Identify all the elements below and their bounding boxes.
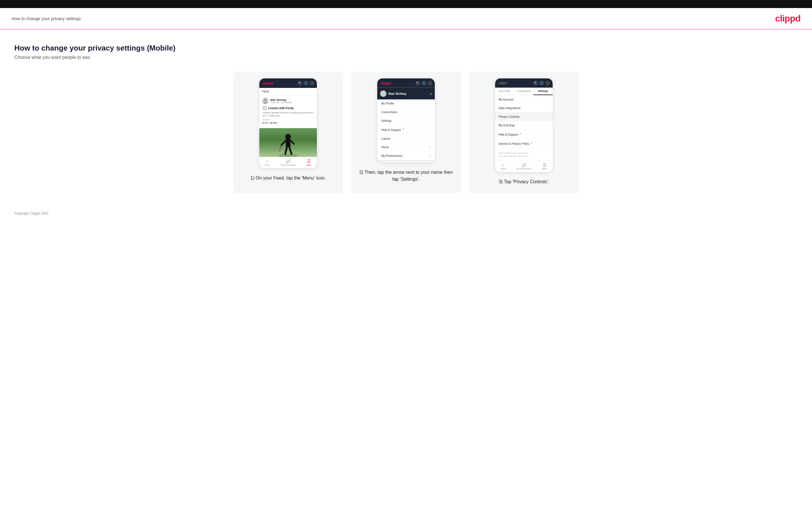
svg-point-2 <box>278 154 298 157</box>
phone-icons-3: 🔍 👤 ⊙ <box>534 81 550 85</box>
tab-settings[interactable]: Settings <box>534 88 553 95</box>
chevron-up-icon: ∧ <box>430 92 432 95</box>
svg-point-3 <box>285 134 291 139</box>
settings-icon-3: ⊙ <box>546 81 550 85</box>
svg-point-11 <box>381 95 386 97</box>
menu-item-my-performance[interactable]: My Performance ∨ <box>377 152 435 160</box>
svg-line-7 <box>280 145 281 151</box>
menu-user-left: Blair McHarg <box>380 91 406 97</box>
footer-performance-3: 📈 My Performance <box>517 163 531 170</box>
step-2-card: clippd 🔍 👤 ⊙ <box>351 71 461 193</box>
menu-icon-1: ☰ <box>307 159 311 163</box>
performance-label-3: My Performance <box>517 168 531 170</box>
home-icon-1: ⌂ <box>266 159 268 163</box>
version-gql: GQL Server Version: 2022.7.30-1 <box>499 155 549 158</box>
phone-icons-1: 🔍 👤 ⊙ <box>298 81 314 85</box>
tab-connections[interactable]: Connections <box>514 88 534 95</box>
feed-post: Blair McHarg Yesterday · Sunningdale 📋 L… <box>259 95 317 128</box>
lesson-text: Looking to feel like my hands are exitin… <box>262 111 314 117</box>
menu-item-help-support[interactable]: Help & Support ↗ <box>377 125 435 134</box>
logo: clippd <box>775 13 801 24</box>
settings-item-my-golf-bag[interactable]: My Golf Bag › <box>495 121 553 130</box>
home-icon-3: ⌂ <box>502 163 504 167</box>
privacy-controls-label: Privacy Controls <box>499 115 519 118</box>
menu-item-my-profile[interactable]: My Profile <box>377 99 435 108</box>
phone-header-2: clippd 🔍 👤 ⊙ <box>377 78 435 88</box>
version-client: Clippd Client Version: 2022.8.3-3 <box>499 151 549 155</box>
menu-item-settings[interactable]: Settings <box>377 117 435 125</box>
page-subtitle: Choose what you want people to see <box>14 55 798 60</box>
phone-body-2: Blair McHarg ∧ My Profile Connections Se… <box>377 88 435 151</box>
footer-menu-1: ☰ Menu <box>306 159 312 166</box>
duration-label: Duration <box>262 119 314 121</box>
phone-footer-1: ⌂ Home 📈 My Performance ☰ Menu <box>259 157 317 168</box>
menu-user-name: Blair McHarg <box>389 92 406 95</box>
phone-footer-3: ⌂ Home 📈 My Performance ☰ Menu <box>495 161 553 172</box>
user-icon-3: 👤 <box>540 81 544 85</box>
settings-item-my-account[interactable]: My Account › <box>495 95 553 104</box>
chevron-right-privacy: › <box>548 115 549 118</box>
phone-body-1: Feed Blair McHarg Yesterday <box>259 88 317 157</box>
settings-tabs: My Profile Connections Settings <box>495 88 553 95</box>
footer-performance-1: 📈 My Performance <box>281 159 296 166</box>
settings-item-privacy-controls[interactable]: Privacy Controls › <box>495 113 553 121</box>
user-name-1: Blair McHarg <box>270 99 292 101</box>
version-info: Clippd Client Version: 2022.8.3-3 GQL Se… <box>495 149 553 161</box>
settings-icon: ⊙ <box>310 81 314 85</box>
svg-point-1 <box>263 102 268 104</box>
menu-item-connections[interactable]: Connections <box>377 108 435 117</box>
chevron-down-icon-home: ∨ <box>429 146 431 149</box>
search-icon-2: 🔍 <box>416 81 420 85</box>
menu-label-3: Menu <box>542 168 548 170</box>
feed-label: Feed <box>259 88 317 95</box>
lesson-icon: 📋 <box>262 106 267 110</box>
search-icon: 🔍 <box>298 81 302 85</box>
step-1-card: clippd 🔍 👤 ⊙ Feed <box>234 71 343 193</box>
service-privacy-label: Service & Privacy Policy ↗ <box>499 142 533 145</box>
phone-mockup-2: clippd 🔍 👤 ⊙ <box>377 78 435 163</box>
settings-icon-2: ⊙ <box>428 81 432 85</box>
top-bar <box>0 0 812 8</box>
step-1-description: 1) On your Feed, tap the 'Menu' icon. <box>250 175 326 181</box>
golf-image <box>259 128 317 157</box>
feed-user: Blair McHarg Yesterday · Sunningdale <box>262 98 314 104</box>
main-content: How to change your privacy settings (Mob… <box>0 29 812 205</box>
phone-header-1: clippd 🔍 👤 ⊙ <box>259 78 317 88</box>
copyright: Copyright Clippd 2022 <box>14 211 49 215</box>
menu-label-1: Menu <box>306 164 312 166</box>
header-title: How to change your privacy settings <box>11 16 81 21</box>
footer-menu-3: ☰ Menu <box>542 163 548 170</box>
my-account-label: My Account <box>499 98 513 101</box>
svg-line-9 <box>289 147 292 154</box>
user-info: Blair McHarg Yesterday · Sunningdale <box>270 99 292 103</box>
menu-user-row: Blair McHarg ∧ <box>377 88 435 99</box>
tab-my-profile[interactable]: My Profile <box>495 88 514 95</box>
menu-item-logout[interactable]: Logout <box>377 134 435 143</box>
footer-home-1: ⌂ Home <box>265 159 270 166</box>
page-footer: Copyright Clippd 2022 <box>0 205 812 224</box>
data-integrations-label: Data Integrations <box>499 107 520 110</box>
lesson-title: 📋 Lesson with Fordy <box>262 106 314 110</box>
steps-container: clippd 🔍 👤 ⊙ Feed <box>14 71 798 193</box>
performance-icon-1: 📈 <box>286 159 291 163</box>
settings-header-3: < Back 🔍 👤 ⊙ <box>495 78 553 88</box>
settings-item-service-privacy[interactable]: Service & Privacy Policy ↗ <box>495 139 553 148</box>
home-nav-label: Home <box>381 146 389 149</box>
phone-mockup-3: < Back 🔍 👤 ⊙ My Profile Connections Sett… <box>495 78 553 172</box>
settings-item-help-support[interactable]: Help & Support ↗ <box>495 130 553 139</box>
ext-link-help: ↗ <box>519 132 521 135</box>
duration-value: 01 hr : 30 min <box>262 121 314 124</box>
footer-home-3: ⌂ Home <box>501 163 506 170</box>
step-2-description: 2) Then, tap the arrow next to your name… <box>357 169 455 183</box>
my-golf-bag-label: My Golf Bag <box>499 124 514 127</box>
chevron-right-bag: › <box>548 124 549 127</box>
phone-icons-2: 🔍 👤 ⊙ <box>416 81 432 85</box>
back-button[interactable]: < Back <box>498 81 507 85</box>
menu-item-home[interactable]: Home ∨ <box>377 143 435 152</box>
home-label-3: Home <box>501 168 506 170</box>
performance-icon-3: 📈 <box>521 163 526 167</box>
home-label-1: Home <box>265 164 270 166</box>
settings-item-data-integrations[interactable]: Data Integrations › <box>495 104 553 113</box>
svg-point-10 <box>382 91 385 94</box>
performance-label-1: My Performance <box>281 164 296 166</box>
